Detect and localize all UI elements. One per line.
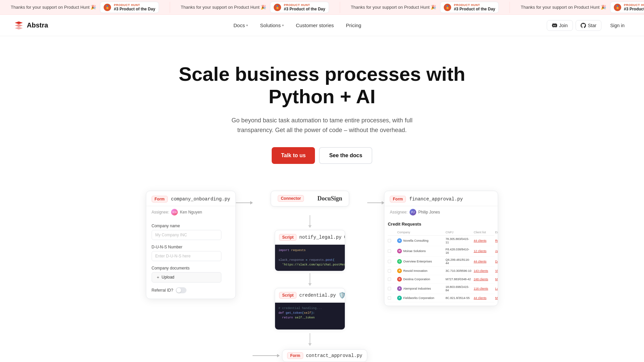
row-checkbox[interactable] — [388, 287, 396, 290]
row-clients: 143 clients — [474, 269, 494, 273]
row-checkbox[interactable] — [388, 260, 396, 263]
toggle-knob — [176, 288, 181, 293]
connector-tag-wrap: Connector — [278, 195, 304, 202]
table-row: F Fieldworks Corporation 8C.821.8/3514-5… — [388, 294, 494, 302]
assignee-name: Ken Nguyen — [180, 210, 202, 215]
v-line-3 — [310, 333, 310, 343]
notify-legal-header: Script notify_legal.py 💬 — [275, 230, 345, 245]
upload-label: Upload — [162, 275, 174, 280]
ph-badge-label-2: PRODUCT HUNT — [284, 3, 325, 7]
company-name-input[interactable]: My Company INC — [152, 230, 221, 240]
duns-input[interactable]: Enter D-U-N-S here — [152, 251, 221, 261]
slack-icon: 💬 — [344, 234, 345, 241]
ph-medal-2: 🏅 — [274, 4, 281, 11]
row-cnpj: Q6.299.481/8116-44 — [445, 258, 472, 265]
col-check — [388, 231, 396, 234]
row-checkbox[interactable] — [388, 249, 396, 253]
contract-filename: contract_approval.py — [306, 353, 362, 358]
credential-card: Script credential.py 🛡️ # credential han… — [275, 288, 345, 330]
row-checkbox[interactable] — [388, 278, 396, 281]
ph-badge-rank-3: #3 Product of the Day — [454, 7, 495, 11]
talk-to-us-button[interactable]: Talk to us — [272, 147, 315, 164]
finance-form-tag: Form — [390, 196, 406, 202]
code-preview-1: import requests slack_response = request… — [275, 245, 345, 271]
row-checkbox[interactable] — [388, 296, 396, 300]
row-enroller: Marta Dane — [495, 296, 498, 300]
credit-table-title: Credit Requests — [388, 222, 494, 227]
row-company: N Novella Consulting — [397, 238, 444, 243]
right-card-col: Form finance_approval.py Assignee: PJ Ph… — [384, 191, 498, 306]
finance-assignee-name: Philip Jones — [418, 210, 440, 215]
ph-badge-label-1: PRODUCT HUNT — [114, 3, 155, 7]
star-button[interactable]: Star — [576, 20, 602, 31]
arrow-line-1 — [236, 202, 253, 203]
row-company: M Moirae Solutions — [397, 249, 444, 253]
row-clients: 44 clients — [474, 260, 494, 263]
row-clients: 248 clients — [474, 278, 494, 281]
see-docs-button[interactable]: See the docs — [319, 147, 372, 164]
credential-header: Script credential.py 🛡️ — [275, 288, 345, 303]
product-hunt-badge-1[interactable]: 🏅 PRODUCT HUNT #3 Product of the Day — [100, 2, 159, 13]
referral-toggle[interactable] — [176, 287, 186, 293]
referral-label: Referral ID? — [152, 288, 173, 293]
table-row: O Overview Enterprises Q6.299.481/8116-4… — [388, 256, 494, 267]
docusign-logo: DocuSign — [317, 195, 342, 202]
nav-link-pricing[interactable]: Pricing — [341, 20, 366, 31]
nav-right: Join Star Sign in — [547, 20, 631, 31]
github-icon — [581, 23, 586, 28]
duns-field: D-U-N-S Number Enter D-U-N-S here — [152, 245, 221, 261]
duns-label: D-U-N-S Number — [152, 245, 221, 249]
v-line-2 — [310, 273, 310, 283]
documents-label: Company documents — [152, 266, 221, 270]
chevron-down-icon: ▾ — [282, 23, 284, 27]
ph-text-1: PRODUCT HUNT #3 Product of the Day — [114, 3, 155, 11]
credit-table-rows: N Novella Consulting 78.305.883/0415-11 … — [388, 236, 494, 302]
row-enroller: Robyn Wirt — [495, 239, 498, 242]
vertical-arrow-3 — [308, 331, 312, 348]
notify-legal-card: Script notify_legal.py 💬 import requests… — [275, 230, 345, 271]
script-tag-1: Script — [279, 234, 297, 241]
product-hunt-badge-3[interactable]: 🏅 PRODUCT HUNT #3 Product of the Day — [440, 2, 499, 13]
nav-link-docs[interactable]: Docs ▾ — [229, 20, 253, 31]
product-hunt-badge-4[interactable]: 🏅 PRODUCT HUNT #3 Product of the Day — [610, 2, 644, 13]
ph-badge-label-4: PRODUCT HUNT — [624, 3, 644, 7]
company-name-label: Company name — [152, 224, 221, 228]
finance-form-header: Form finance_approval.py — [384, 191, 498, 206]
company-name-field: Company name My Company INC — [152, 224, 221, 240]
upload-button[interactable]: ＋ Upload — [152, 272, 221, 283]
arrow-middle-right — [367, 195, 384, 210]
logo[interactable]: Abstra — [13, 20, 48, 31]
row-checkbox[interactable] — [388, 269, 396, 273]
announcement-text-1: Thanks for your support on Product Hunt … — [11, 5, 96, 10]
nav-link-solutions[interactable]: Solutions ▾ — [255, 20, 288, 31]
col-enroller: Enroller docs — [495, 231, 498, 234]
signin-button[interactable]: Sign in — [604, 20, 631, 31]
row-clients: 12 clients — [474, 249, 494, 253]
announcement-segment-1: Thanks for your support on Product Hunt … — [0, 2, 170, 13]
row-checkbox[interactable] — [388, 239, 396, 242]
nav-link-customer-stories[interactable]: Customer stories — [291, 20, 338, 31]
join-button[interactable]: Join — [547, 20, 573, 31]
demo-section: Form company_onboarding.py Assignee: KN … — [121, 184, 523, 362]
product-hunt-badge-2[interactable]: 🏅 PRODUCT HUNT #3 Product of the Day — [270, 2, 329, 13]
row-cnpj: 8C.821.8/3514-55 — [445, 296, 472, 300]
onboarding-filename: company_onboarding.py — [171, 196, 230, 202]
ph-badge-rank-4: #3 Product of the Day — [624, 7, 644, 11]
row-cnpj: M727.883/0348-42 — [445, 278, 472, 281]
row-enroller: David Che — [495, 260, 498, 263]
announcement-text-3: Thanks for your support on Product Hunt … — [351, 5, 436, 10]
table-row: D Destina Corporation M727.883/0348-42 2… — [388, 275, 494, 284]
navigation: Abstra Docs ▾ Solutions ▾ Customer stori… — [0, 15, 644, 36]
announcement-text-2: Thanks for your support on Product Hunt … — [181, 5, 266, 10]
row-clients: 44 clients — [474, 239, 494, 242]
connector-tag: Connector — [278, 195, 304, 202]
v-arrow-head-3 — [308, 343, 312, 346]
connector-box: Connector DocuSign — [271, 191, 349, 206]
ph-text-4: PRODUCT HUNT #3 Product of the Day — [624, 3, 644, 11]
row-enroller: Ana Jones — [495, 249, 498, 253]
ph-text-3: PRODUCT HUNT #3 Product of the Day — [454, 3, 495, 11]
hero-section: Scale business processes with Python + A… — [171, 36, 473, 184]
row-clients: 116 clients — [474, 287, 494, 290]
announcement-segment-3: Thanks for your support on Product Hunt … — [340, 2, 510, 13]
col-company: Company — [397, 231, 444, 234]
